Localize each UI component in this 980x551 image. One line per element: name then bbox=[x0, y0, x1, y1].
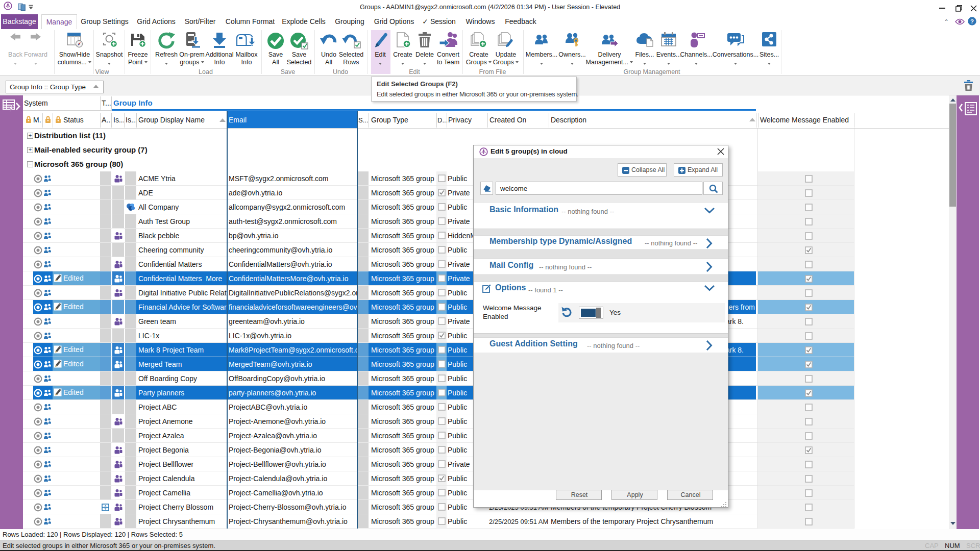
svg-text:?: ? bbox=[970, 18, 974, 24]
